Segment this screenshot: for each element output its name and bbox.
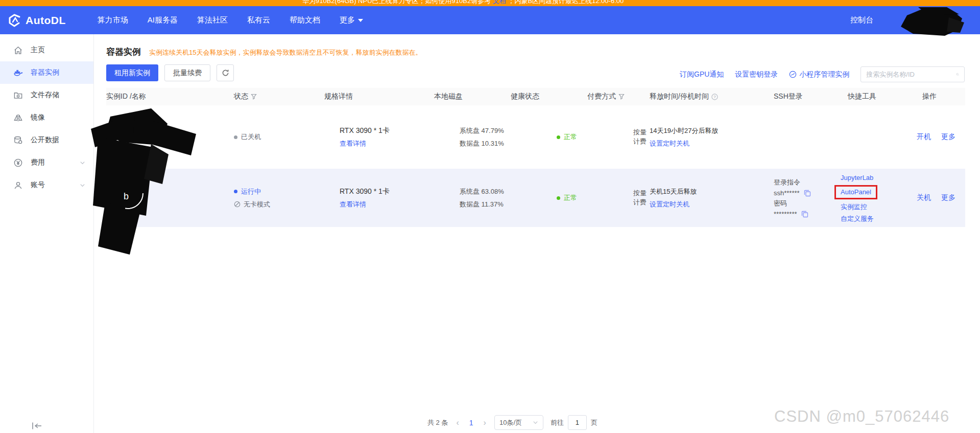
set-key-login-link[interactable]: 设置密钥登录 bbox=[735, 70, 778, 79]
miniprogram-icon bbox=[789, 71, 797, 78]
status-dot bbox=[234, 190, 237, 193]
goto-page-input[interactable] bbox=[568, 415, 587, 430]
total-count: 共 2 条 bbox=[427, 418, 448, 427]
user-icon bbox=[13, 180, 23, 190]
sidebar-item-label: 镜像 bbox=[31, 113, 45, 122]
announcement-text: 华为910B2(64GB) NPU已上线算力专区；如何使用910B2请参考 文档… bbox=[302, 0, 624, 6]
table-row: 运行中 无卡模式 RTX 3090 * 1卡 查看详情 系统盘 63.08% 数… bbox=[106, 169, 965, 227]
health-dot bbox=[557, 196, 560, 200]
miniprogram-manage-link[interactable]: 小程序管理实例 bbox=[789, 70, 849, 79]
view-detail-link[interactable]: 查看详情 bbox=[340, 139, 434, 148]
col-header-tools: 快捷工具 bbox=[848, 92, 907, 101]
cell-id-name bbox=[106, 169, 234, 227]
cell-health: 正常 bbox=[511, 105, 587, 169]
search-icon[interactable] bbox=[956, 71, 959, 78]
custom-service-link[interactable]: 自定义服务 bbox=[834, 214, 907, 223]
sidebar: 主页 容器实例 文件存储 镜像 公开数据 bbox=[0, 34, 94, 433]
console-link[interactable]: 控制台 bbox=[850, 15, 873, 25]
nav-item-docs[interactable]: 帮助文档 bbox=[290, 15, 320, 25]
sidebar-item-home[interactable]: 主页 bbox=[0, 39, 93, 61]
col-header-health: 健康状态 bbox=[511, 92, 587, 101]
cell-status: 已关机 bbox=[234, 105, 324, 169]
sidebar-item-label: 公开数据 bbox=[31, 135, 59, 145]
nav-item-market[interactable]: 算力市场 bbox=[98, 15, 128, 25]
instance-search-box[interactable] bbox=[861, 66, 965, 82]
schedule-shutdown-link[interactable]: 设置定时关机 bbox=[650, 139, 774, 148]
nav-menu: 算力市场 AI服务器 算法社区 私有云 帮助文档 更多 bbox=[98, 15, 363, 25]
filter-icon[interactable] bbox=[618, 94, 625, 100]
refresh-button[interactable] bbox=[217, 64, 234, 81]
sidebar-item-account[interactable]: 账号 bbox=[0, 174, 93, 196]
chevron-down-icon bbox=[533, 420, 538, 425]
sidebar-item-instances[interactable]: 容器实例 bbox=[0, 61, 93, 84]
sidebar-item-file-storage[interactable]: 文件存储 bbox=[0, 84, 93, 106]
power-on-link[interactable]: 开机 bbox=[917, 132, 931, 142]
sidebar-item-label: 账号 bbox=[31, 180, 45, 190]
page-number[interactable]: 1 bbox=[467, 419, 475, 427]
rent-new-instance-button[interactable]: 租用新实例 bbox=[106, 64, 158, 81]
nav-item-more[interactable]: 更多 bbox=[340, 15, 363, 25]
autopanel-link[interactable]: AutoPanel bbox=[841, 188, 871, 196]
brand-logo[interactable]: AutoDL bbox=[7, 13, 66, 28]
cell-id-name bbox=[106, 105, 234, 169]
page-size-select[interactable]: 10条/页 bbox=[494, 415, 543, 430]
redacted-avatar-scribble bbox=[898, 7, 965, 37]
collapse-sidebar-icon[interactable] bbox=[32, 422, 42, 430]
table-header-row: 实例ID /名称 状态 规格详情 本地磁盘 健康状态 付费方式 释放时间/停机时… bbox=[106, 88, 965, 105]
copy-icon[interactable] bbox=[801, 211, 808, 218]
chevron-down-icon bbox=[80, 160, 85, 166]
col-header-ssh: SSH登录 bbox=[774, 92, 848, 101]
sidebar-item-images[interactable]: 镜像 bbox=[0, 106, 93, 129]
more-link[interactable]: 更多 bbox=[941, 193, 955, 202]
instance-name-fragment[interactable]: 机 bbox=[153, 118, 160, 127]
cell-spec: RTX 3090 * 1卡 查看详情 bbox=[324, 169, 434, 227]
instance-monitor-link[interactable]: 实例监控 bbox=[834, 202, 907, 212]
cell-actions: 关机 更多 bbox=[907, 169, 965, 227]
nav-item-private-cloud[interactable]: 私有云 bbox=[247, 15, 270, 25]
announcement-link[interactable]: 文档 bbox=[493, 0, 506, 5]
sidebar-item-public-data[interactable]: 公开数据 bbox=[0, 129, 93, 151]
jupyterlab-link[interactable]: JupyterLab bbox=[834, 173, 907, 183]
sidebar-item-billing[interactable]: 费用 bbox=[0, 151, 93, 174]
sidebar-item-label: 容器实例 bbox=[31, 68, 59, 77]
cell-spec: RTX 3090 * 1卡 查看详情 bbox=[324, 105, 434, 169]
subscribe-gpu-notify-link[interactable]: 订阅GPU通知 bbox=[680, 70, 724, 79]
search-input[interactable] bbox=[866, 71, 956, 78]
nav-item-ai-server[interactable]: AI服务器 bbox=[148, 15, 178, 25]
goto-label: 前往 bbox=[551, 418, 564, 427]
svg-text:?: ? bbox=[713, 95, 716, 99]
pagination: 共 2 条 ‹ 1 › 10条/页 前往 页 bbox=[427, 415, 597, 430]
nav-item-community[interactable]: 算法社区 bbox=[197, 15, 228, 25]
folder-gear-icon bbox=[13, 90, 23, 100]
col-header-status: 状态 bbox=[234, 92, 324, 101]
instance-table: 实例ID /名称 状态 规格详情 本地磁盘 健康状态 付费方式 释放时间/停机时… bbox=[106, 88, 965, 227]
brand-name: AutoDL bbox=[26, 14, 66, 27]
schedule-shutdown-link[interactable]: 设置定时关机 bbox=[650, 200, 774, 209]
cell-billing: 按量计费 bbox=[587, 169, 650, 227]
next-page-button[interactable]: › bbox=[483, 418, 487, 427]
col-header-billing: 付费方式 bbox=[587, 92, 650, 101]
help-icon[interactable]: ? bbox=[711, 94, 718, 100]
cell-release: 14天19小时27分后释放 设置定时关机 bbox=[650, 105, 774, 169]
prev-page-button[interactable]: ‹ bbox=[455, 418, 460, 427]
home-icon bbox=[13, 45, 23, 55]
yen-circle-icon bbox=[13, 158, 23, 168]
page-title: 容器实例 bbox=[106, 46, 141, 58]
table-row: 已关机 RTX 3090 * 1卡 查看详情 系统盘 47.79% 数据盘 10… bbox=[106, 105, 965, 169]
cell-tools bbox=[848, 105, 907, 169]
view-detail-link[interactable]: 查看详情 bbox=[340, 200, 434, 209]
chevron-down-icon bbox=[358, 19, 363, 22]
cell-release: 关机15天后释放 设置定时关机 bbox=[650, 169, 774, 227]
col-header-actions: 操作 bbox=[907, 92, 965, 101]
refresh-icon bbox=[222, 69, 229, 77]
copy-icon[interactable] bbox=[804, 190, 811, 197]
power-off-link[interactable]: 关机 bbox=[917, 193, 931, 202]
no-gpu-mode-icon bbox=[234, 201, 241, 208]
more-link[interactable]: 更多 bbox=[941, 132, 955, 142]
top-navbar: AutoDL 算力市场 AI服务器 算法社区 私有云 帮助文档 更多 控制台 bbox=[0, 6, 980, 34]
col-header-release: 释放时间/停机时间 ? bbox=[650, 92, 774, 101]
csdn-watermark: CSDN @m0_57062446 bbox=[774, 407, 949, 426]
cell-health: 正常 bbox=[511, 169, 587, 227]
filter-icon[interactable] bbox=[251, 94, 257, 100]
batch-renew-button[interactable]: 批量续费 bbox=[164, 64, 210, 81]
